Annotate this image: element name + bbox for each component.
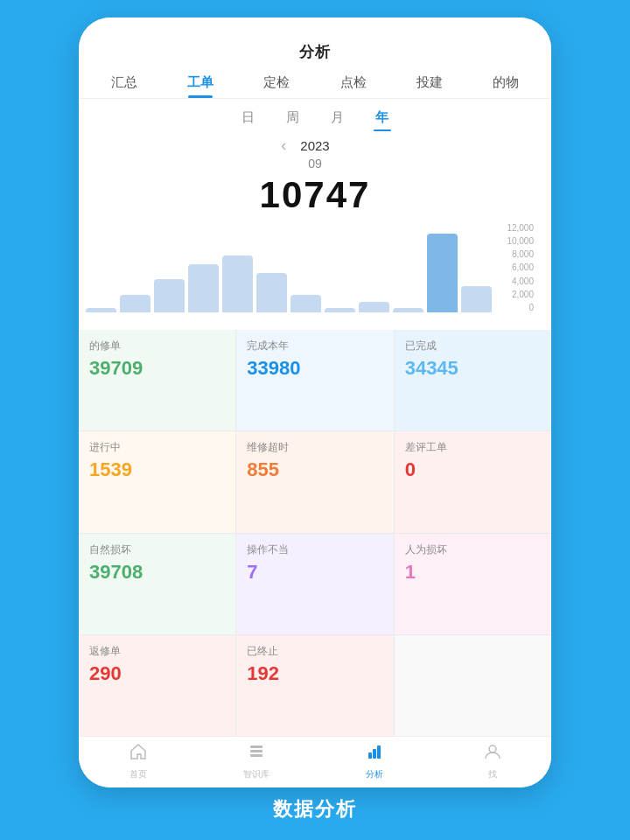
y-axis-label: 6,000 <box>512 262 534 272</box>
stats-grid: 的修单39709完成本年33980已完成34345进行中1539维修超时855差… <box>79 330 551 736</box>
stat-cell-0[interactable]: 的修单39709 <box>79 330 235 430</box>
year-label: 2023 <box>300 138 329 153</box>
bottom-nav-icon-分析 <box>365 742 384 766</box>
stat-value-3: 1539 <box>89 458 225 481</box>
prev-year-arrow[interactable]: ‹ <box>281 136 286 155</box>
status-bar <box>79 18 551 35</box>
nav-tab-点检[interactable]: 点检 <box>315 66 391 98</box>
nav-tab-定检[interactable]: 定检 <box>239 66 315 98</box>
month-label: 09 <box>79 155 551 171</box>
bottom-nav: 首页智识库分析找 <box>79 736 551 788</box>
chart-bar-0 <box>86 223 116 312</box>
stat-value-8: 1 <box>405 561 541 584</box>
stat-cell-5[interactable]: 差评工单0 <box>395 431 551 532</box>
period-tabs: 日周月年 <box>79 99 551 133</box>
svg-rect-3 <box>368 752 372 759</box>
nav-tab-的物[interactable]: 的物 <box>468 66 544 98</box>
stat-cell-10[interactable]: 已终止192 <box>236 635 393 736</box>
period-tab-周[interactable]: 周 <box>286 109 299 130</box>
period-tab-年[interactable]: 年 <box>375 109 388 130</box>
stat-label-5: 差评工单 <box>405 440 541 455</box>
y-axis-label: 10,000 <box>507 236 534 246</box>
stat-value-10: 192 <box>247 662 382 685</box>
stat-label-3: 进行中 <box>89 440 225 455</box>
chart-bar-7 <box>325 223 355 312</box>
stat-value-4: 855 <box>247 458 382 481</box>
stat-cell-4[interactable]: 维修超时855 <box>236 431 393 532</box>
chart-bars <box>86 223 492 326</box>
y-axis-label: 12,000 <box>507 223 534 233</box>
svg-rect-2 <box>250 754 262 757</box>
stat-value-9: 290 <box>89 662 225 685</box>
stat-label-6: 自然损坏 <box>89 542 225 557</box>
phone-frame: 分析 汇总工单定检点检投建的物 日周月年 ‹ 2023 › 09 10747 1… <box>79 18 551 788</box>
bottom-nav-label-智识库: 智识库 <box>243 768 270 780</box>
stat-cell-8[interactable]: 人为损坏1 <box>395 534 551 634</box>
stat-label-2: 已完成 <box>405 339 541 354</box>
y-axis-label: 4,000 <box>512 276 534 286</box>
bottom-nav-icon-智识库 <box>247 742 266 766</box>
page-title: 分析 <box>79 35 551 66</box>
stat-cell-11 <box>395 635 551 736</box>
bottom-nav-label-分析: 分析 <box>366 768 383 780</box>
nav-tabs: 汇总工单定检点检投建的物 <box>79 66 551 99</box>
stat-label-1: 完成本年 <box>247 339 382 354</box>
stat-label-0: 的修单 <box>89 339 225 354</box>
chart-bar-8 <box>359 223 389 312</box>
bottom-nav-item-找[interactable]: 找 <box>433 742 551 780</box>
svg-rect-4 <box>373 749 376 759</box>
chart-area: 12,00010,0008,0006,0004,0002,0000 <box>79 216 551 330</box>
stat-value-0: 39709 <box>89 357 225 380</box>
bottom-nav-label-找: 找 <box>488 768 497 780</box>
stat-label-9: 返修单 <box>89 644 225 659</box>
nav-tab-汇总[interactable]: 汇总 <box>86 66 162 98</box>
chart-bar-4 <box>222 223 253 312</box>
chart-y-axis: 12,00010,0008,0006,0004,0002,0000 <box>492 223 534 326</box>
bottom-nav-item-智识库[interactable]: 智识库 <box>197 742 315 780</box>
chart-bar-6 <box>290 223 321 312</box>
bottom-nav-item-首页[interactable]: 首页 <box>79 742 197 780</box>
chart-bar-2 <box>154 223 185 312</box>
year-nav: ‹ 2023 › <box>79 133 551 155</box>
stat-label-7: 操作不当 <box>247 542 382 557</box>
period-tab-月[interactable]: 月 <box>331 109 344 130</box>
y-axis-label: 8,000 <box>512 249 534 259</box>
stat-cell-9[interactable]: 返修单290 <box>79 635 235 736</box>
bottom-nav-icon-首页 <box>129 742 148 766</box>
chart-bar-5 <box>256 223 287 312</box>
caption: 数据分析 <box>273 796 357 822</box>
stat-label-8: 人为损坏 <box>405 542 541 557</box>
stat-cell-2[interactable]: 已完成34345 <box>395 330 551 430</box>
nav-tab-工单[interactable]: 工单 <box>162 66 238 98</box>
stat-value-2: 34345 <box>405 357 541 380</box>
stat-cell-7[interactable]: 操作不当7 <box>236 534 393 634</box>
svg-rect-0 <box>250 746 262 748</box>
chart-bar-3 <box>188 223 219 312</box>
bottom-nav-icon-找 <box>483 742 502 766</box>
big-number: 10747 <box>79 171 551 216</box>
stat-cell-6[interactable]: 自然损坏39708 <box>79 534 235 634</box>
stat-cell-3[interactable]: 进行中1539 <box>79 431 235 532</box>
stat-value-6: 39708 <box>89 561 225 584</box>
chart-bar-10 <box>427 223 458 312</box>
stat-label-4: 维修超时 <box>247 440 382 455</box>
stat-value-7: 7 <box>247 561 382 584</box>
svg-rect-5 <box>377 746 381 759</box>
bottom-nav-label-首页: 首页 <box>130 768 147 780</box>
period-tab-日[interactable]: 日 <box>242 109 255 130</box>
svg-rect-1 <box>250 750 262 752</box>
stat-label-10: 已终止 <box>247 644 382 659</box>
y-axis-label: 2,000 <box>512 290 534 299</box>
stat-cell-1[interactable]: 完成本年33980 <box>236 330 393 430</box>
svg-point-6 <box>489 746 496 752</box>
stat-value-5: 0 <box>405 458 541 481</box>
chart-bar-9 <box>393 223 424 312</box>
stat-value-1: 33980 <box>247 357 382 380</box>
bottom-nav-item-分析[interactable]: 分析 <box>315 742 433 780</box>
y-axis-label: 0 <box>528 303 534 312</box>
chart-bar-11 <box>461 223 492 312</box>
chart-bar-1 <box>120 223 150 312</box>
nav-tab-投建[interactable]: 投建 <box>391 66 467 98</box>
